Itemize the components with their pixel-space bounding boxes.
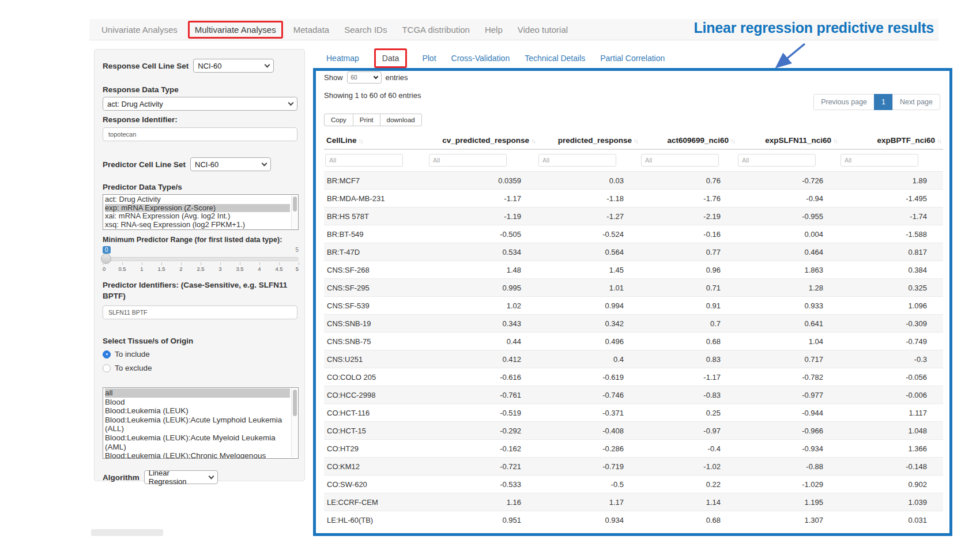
table-row[interactable]: CO:SW-620-0.533-0.50.22-1.0290.902 <box>324 475 943 493</box>
column-filter-input[interactable] <box>840 154 918 167</box>
tab-partial-correlation[interactable]: Partial Correlation <box>600 54 665 63</box>
scrollbar[interactable] <box>291 388 297 458</box>
tissue-option[interactable]: Blood:Leukemia (LEUK):Chronic Myelogenou… <box>105 451 290 459</box>
tissue-option[interactable]: Blood:Leukemia (LEUK):Acute Lymphoid Leu… <box>105 416 290 433</box>
cell-value: -0.719 <box>537 458 640 475</box>
sort-icon[interactable]: ↑↓ <box>730 137 734 144</box>
cell-value: 0.7 <box>640 315 737 333</box>
chevron-down-icon <box>265 62 270 67</box>
print-button[interactable]: Print <box>353 114 380 126</box>
table-row[interactable]: CO:HCC-2998-0.761-0.746-0.83-0.977-0.006 <box>324 386 943 404</box>
cell-line-name: BR:T-47D <box>324 243 428 261</box>
predictor-cell-line-set-select[interactable]: NCI-60 <box>190 157 271 171</box>
tab-data[interactable]: Data <box>374 48 408 68</box>
table-row[interactable]: CNS:SNB-750.440.4960.681.04-0.749 <box>324 333 943 350</box>
column-filter-input[interactable] <box>538 154 616 167</box>
table-row[interactable]: CNS:SF-2681.481.450.961.8630.384 <box>324 261 943 279</box>
response-identifier-input[interactable] <box>103 127 297 141</box>
tab-technical-details[interactable]: Technical Details <box>525 54 585 63</box>
cell-value: -1.18 <box>537 190 640 207</box>
column-filter-input[interactable] <box>641 154 719 167</box>
response-data-type-select[interactable]: act: Drug Activity <box>103 97 297 111</box>
tissue-listbox[interactable]: allBloodBlood:Leukemia (LEUK)Blood:Leuke… <box>103 387 299 459</box>
table-row[interactable]: BR:T-47D0.5340.5640.770.4640.817 <box>324 243 943 261</box>
table-row[interactable]: CNS:SNB-190.3430.3420.70.641-0.309 <box>324 315 943 333</box>
download-button[interactable]: download <box>380 114 422 126</box>
response-cell-line-set-select[interactable]: NCI-60 <box>193 59 274 73</box>
column-header-act609699-nci60[interactable]: act609699_nci60↑↓ <box>640 131 737 149</box>
tab-plot[interactable]: Plot <box>422 54 436 63</box>
scrollbar[interactable] <box>291 195 297 229</box>
page-length-select[interactable]: 60 <box>347 71 382 84</box>
table-row[interactable]: CO:HT29-0.162-0.286-0.4-0.9341.366 <box>324 440 943 458</box>
cell-value: 0.68 <box>640 333 737 350</box>
cell-line-name: BR:MDA-MB-231 <box>324 190 428 207</box>
cell-value: 1.039 <box>839 493 943 511</box>
table-row[interactable]: CNS:U2510.4120.40.830.717-0.3 <box>324 350 943 368</box>
predictor-type-option[interactable]: act: Drug Activity <box>105 195 290 204</box>
column-filter-input[interactable] <box>325 154 403 167</box>
nav-item-help[interactable]: Help <box>477 25 510 35</box>
cell-line-name: BR:MCF7 <box>324 172 428 190</box>
sort-icon[interactable]: ↑↓ <box>833 137 837 144</box>
slider-track[interactable] <box>103 257 299 261</box>
column-header-cv-predicted-response[interactable]: cv_predicted_response↑↓ <box>428 131 537 149</box>
predictor-type-option[interactable]: xai: mRNA Expression (Avg. log2 Int.) <box>105 212 290 221</box>
radio-include-checked-icon[interactable] <box>103 350 111 358</box>
nav-item-univariate-analyses[interactable]: Univariate Analyses <box>94 25 185 35</box>
slider-tick <box>142 262 142 265</box>
column-filter-input[interactable] <box>738 154 816 167</box>
slider-tick-label: 1 <box>140 266 143 272</box>
column-header-cellline[interactable]: CellLine↑↓ <box>324 131 428 149</box>
sort-icon[interactable]: ↑↓ <box>937 137 941 144</box>
table-row[interactable]: CO:HCT-116-0.519-0.3710.25-0.9441.117 <box>324 404 943 422</box>
table-row[interactable]: LE:CCRF-CEM1.161.171.141.1951.039 <box>324 493 943 511</box>
radio-exclude-icon[interactable] <box>103 364 111 372</box>
table-row[interactable]: CO:HCT-15-0.292-0.408-0.97-0.9661.048 <box>324 422 943 440</box>
tissue-option[interactable]: all <box>105 388 290 398</box>
copy-button[interactable]: Copy <box>324 114 353 126</box>
predictor-identifiers-input[interactable] <box>103 305 297 319</box>
table-row[interactable]: CNS:SF-5391.020.9940.910.9331.096 <box>324 297 943 315</box>
table-row[interactable]: LE:HL-60(TB)0.9510.9340.681.3070.031 <box>324 511 943 529</box>
nav-item-multivariate-analyses[interactable]: Multivariate Analyses <box>188 21 283 39</box>
algorithm-select[interactable]: Linear Regression <box>144 470 218 484</box>
sort-icon[interactable]: ↑↓ <box>531 137 535 144</box>
cell-value: -0.746 <box>537 386 640 404</box>
table-row[interactable]: BR:MCF70.03590.030.76-0.7261.89 <box>324 172 943 190</box>
nav-item-search-ids[interactable]: Search IDs <box>337 25 394 35</box>
cell-value: -0.782 <box>737 368 839 386</box>
table-row[interactable]: CO:KM12-0.721-0.719-1.02-0.88-0.148 <box>324 458 943 475</box>
tissue-option[interactable]: Blood:Leukemia (LEUK):Acute Myeloid Leuk… <box>105 433 290 451</box>
min-predictor-range-slider[interactable]: 0 5 00.511.522.533.544.55 <box>103 246 299 273</box>
predictor-type-option[interactable]: xsq: RNA-seq Expression (log2 FPKM+1.) <box>105 221 290 229</box>
table-row[interactable]: BR:BT-549-0.505-0.524-0.160.004-1.588 <box>324 225 943 243</box>
entries-label: entries <box>386 73 408 82</box>
page-number-button[interactable]: 1 <box>874 94 893 110</box>
table-row[interactable]: BR:HS 578T-1.19-1.27-2.19-0.955-1.74 <box>324 207 943 225</box>
column-header-label: act609699_nci60 <box>667 136 729 145</box>
nav-item-tcga-distribution[interactable]: TCGA distribution <box>394 25 477 35</box>
column-header-predicted-response[interactable]: predicted_response↑↓ <box>537 131 640 149</box>
cell-value: -1.588 <box>839 225 943 243</box>
tab-heatmap[interactable]: Heatmap <box>326 54 359 63</box>
slider-tick <box>181 262 182 265</box>
predictor-type-option[interactable]: exp: mRNA Expression (Z-Score) <box>105 204 290 213</box>
column-header-expslfn11-nci60[interactable]: expSLFN11_nci60↑↓ <box>737 131 839 149</box>
tissue-option[interactable]: Blood <box>105 398 290 407</box>
tissue-option[interactable]: Blood:Leukemia (LEUK) <box>105 406 290 416</box>
column-filter-input[interactable] <box>429 154 507 167</box>
cell-value: 0.496 <box>537 333 640 350</box>
previous-page-button[interactable]: Previous page <box>813 94 875 110</box>
sort-icon[interactable]: ↑↓ <box>359 137 363 144</box>
table-row[interactable]: CNS:SF-2950.9951.010.711.280.325 <box>324 279 943 297</box>
column-header-expbptf-nci60[interactable]: expBPTF_nci60↑↓ <box>839 131 943 149</box>
table-row[interactable]: CO:COLO 205-0.616-0.619-1.17-0.782-0.056 <box>324 368 943 386</box>
sort-icon[interactable]: ↑↓ <box>634 137 638 144</box>
nav-item-metadata[interactable]: Metadata <box>286 25 337 35</box>
nav-item-video-tutorial[interactable]: Video tutorial <box>510 25 575 35</box>
table-row[interactable]: BR:MDA-MB-231-1.17-1.18-1.76-0.94-1.495 <box>324 190 943 207</box>
predictor-data-types-listbox[interactable]: act: Drug Activityexp: mRNA Expression (… <box>103 194 299 230</box>
tab-cross-validation[interactable]: Cross-Validation <box>451 54 510 63</box>
next-page-button[interactable]: Next page <box>892 94 940 110</box>
